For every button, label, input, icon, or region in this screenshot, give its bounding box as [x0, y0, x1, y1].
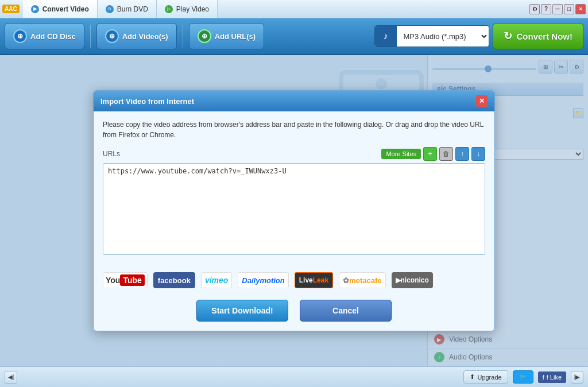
- upgrade-label: Upgrade: [477, 374, 501, 381]
- site-niconico-label: niconico: [401, 276, 429, 284]
- convert-now-label: Convert Now!: [517, 32, 573, 41]
- settings-btn[interactable]: ⚙: [529, 4, 540, 14]
- url-label: URLs: [103, 150, 379, 158]
- dialog-title: Import Video from Internet: [100, 97, 194, 106]
- music-icon: ♪: [375, 26, 397, 47]
- add-video-button[interactable]: ⊕ Add Video(s): [96, 23, 177, 49]
- tab-convert-video[interactable]: ▶ Convert Video: [23, 0, 98, 18]
- site-metacafe[interactable]: ✿ metacafe: [339, 272, 385, 288]
- help-btn[interactable]: ?: [541, 4, 551, 14]
- add-cd-button[interactable]: ⊕ Add CD Disc: [5, 23, 84, 49]
- site-facebook[interactable]: facebook: [153, 272, 195, 288]
- add-url-icon: ⊕: [198, 29, 211, 43]
- burn-dvd-icon: ⊙: [106, 5, 114, 13]
- move-down-button[interactable]: ↓: [471, 147, 485, 161]
- tab-convert-video-label: Convert Video: [42, 5, 89, 13]
- nav-arrows-right: |▶: [571, 371, 583, 384]
- maximize-btn[interactable]: □: [564, 4, 574, 14]
- url-toolbar: URLs More Sites + 🗑 ↑ ↓: [103, 147, 485, 161]
- cancel-button[interactable]: Cancel: [300, 300, 392, 322]
- window-controls: ⚙ ? ─ □ ✕: [529, 4, 586, 14]
- modal-overlay: Import Video from Internet ✕ Please copy…: [0, 55, 588, 366]
- twitter-icon: 🐦: [519, 373, 527, 381]
- facebook-like-label: f Like: [547, 374, 562, 381]
- format-dropdown[interactable]: MP3 Audio (*.mp3): [397, 32, 489, 41]
- delete-url-button[interactable]: 🗑: [439, 147, 453, 161]
- nav-next-button[interactable]: |▶: [571, 371, 583, 384]
- play-video-icon: ▷: [165, 5, 173, 13]
- twitter-button[interactable]: 🐦: [513, 370, 533, 384]
- add-url-button[interactable]: ⊕ Add URL(s): [189, 23, 265, 49]
- convert-video-icon: ▶: [31, 5, 39, 13]
- tab-burn-dvd[interactable]: ⊙ Burn DVD: [98, 0, 157, 18]
- site-dailymotion-label: Dailymotion: [242, 276, 284, 285]
- add-url-button[interactable]: +: [423, 147, 437, 161]
- minimize-btn[interactable]: ─: [552, 4, 563, 14]
- site-vimeo[interactable]: vimeo: [201, 272, 232, 288]
- title-bar: AAC ▶ Convert Video ⊙ Burn DVD ▷ Play Vi…: [0, 0, 588, 18]
- nav-prev-button[interactable]: ◀|: [5, 371, 17, 384]
- site-liveleak[interactable]: LiveLiveLeakLeak: [295, 272, 333, 288]
- main-area: ⊞ ✂ ⚙ sic Settings Auto C:\Users\Ariel\V…: [0, 55, 588, 366]
- separator-1: [90, 25, 91, 48]
- sites-bar: YouTube facebook vimeo Dailymotion LiveL…: [94, 265, 494, 295]
- dialog-description: Please copy the video address from brows…: [103, 119, 485, 140]
- refresh-icon: ↻: [504, 30, 512, 42]
- import-video-dialog: Import Video from Internet ✕ Please copy…: [93, 90, 495, 331]
- tab-play-video[interactable]: ▷ Play Video: [157, 0, 218, 18]
- move-up-button[interactable]: ↑: [455, 147, 469, 161]
- add-url-label: Add URL(s): [215, 32, 256, 41]
- title-tabs: ▶ Convert Video ⊙ Burn DVD ▷ Play Video: [23, 0, 529, 18]
- app-logo: AAC: [2, 5, 20, 13]
- toolbar: ⊕ Add CD Disc ⊕ Add Video(s) ⊕ Add URL(s…: [0, 18, 588, 55]
- add-video-icon: ⊕: [105, 29, 119, 43]
- nav-arrows: ◀|: [5, 371, 17, 384]
- upgrade-icon: ⬆: [470, 373, 475, 381]
- close-btn[interactable]: ✕: [575, 4, 586, 14]
- more-sites-button[interactable]: More Sites: [381, 149, 421, 159]
- dialog-footer: Start Download! Cancel: [94, 295, 494, 331]
- dialog-close-button[interactable]: ✕: [476, 95, 488, 107]
- url-input[interactable]: https://www.youtube.com/watch?v=_IWUNwxz…: [103, 163, 485, 255]
- tab-burn-dvd-label: Burn DVD: [117, 5, 148, 13]
- convert-now-button[interactable]: ↻ Convert Now!: [493, 23, 584, 49]
- upgrade-button[interactable]: ⬆ Upgrade: [463, 370, 508, 384]
- site-facebook-label: facebook: [158, 276, 191, 285]
- dialog-body: Please copy the video address from brows…: [94, 111, 494, 265]
- site-niconico[interactable]: ▶ niconico: [392, 272, 433, 288]
- status-bar: ◀| ⬆ Upgrade 🐦 f f Like |▶: [0, 366, 588, 387]
- start-download-button[interactable]: Start Download!: [196, 300, 288, 322]
- site-youtube[interactable]: YouTube: [103, 272, 148, 288]
- dialog-header: Import Video from Internet ✕: [94, 91, 494, 111]
- facebook-like-button[interactable]: f f Like: [538, 371, 566, 383]
- facebook-icon: f: [543, 374, 544, 381]
- site-vimeo-label: vimeo: [205, 276, 228, 285]
- site-metacafe-label: metacafe: [349, 276, 381, 285]
- tab-play-video-label: Play Video: [176, 5, 209, 13]
- add-video-label: Add Video(s): [122, 32, 168, 41]
- site-dailymotion[interactable]: Dailymotion: [238, 272, 288, 288]
- add-cd-label: Add CD Disc: [30, 32, 76, 41]
- separator-2: [183, 25, 183, 48]
- add-cd-icon: ⊕: [13, 29, 27, 43]
- format-selector[interactable]: ♪ MP3 Audio (*.mp3): [374, 25, 489, 47]
